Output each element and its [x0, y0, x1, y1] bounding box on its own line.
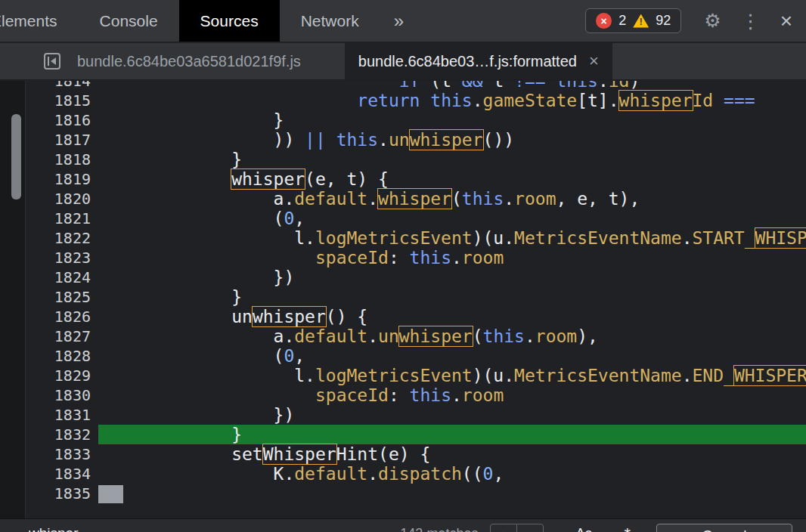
scrollbar-thumb-vertical[interactable]	[11, 114, 21, 200]
code-text: }	[98, 150, 806, 169]
code-line: 1835	[26, 484, 806, 503]
file-tab-active-label: bundle.6c84be03…f.js:formatted	[358, 53, 577, 70]
code-text: whisper(e, t) {	[98, 169, 806, 189]
file-tab-bar: bundle.6c84be03a6581d021f9f.js bundle.6c…	[0, 43, 806, 80]
line-number[interactable]: 1819	[26, 169, 98, 189]
tab-console[interactable]: Console	[79, 0, 179, 42]
code-text: (0,	[98, 209, 806, 228]
gear-icon[interactable]: ⚙	[704, 11, 721, 30]
scrollbar-thumb-horizontal[interactable]	[98, 485, 123, 503]
cancel-button[interactable]: Cancel	[656, 524, 792, 532]
show-navigator-icon[interactable]	[44, 53, 60, 70]
error-count: 2	[618, 13, 626, 29]
line-number[interactable]: 1833	[26, 444, 98, 464]
left-gutter-strip	[0, 81, 26, 532]
tab-console-label: Console	[100, 12, 158, 30]
line-number[interactable]: 1825	[26, 287, 98, 307]
code-line: 1814 if (t && t !== this.id)	[26, 81, 806, 91]
line-number[interactable]: 1824	[26, 268, 98, 287]
line-number[interactable]: 1834	[26, 464, 98, 484]
code-lines: 1814 if (t && t !== this.id)1815 return …	[26, 81, 806, 503]
line-number[interactable]: 1822	[26, 228, 98, 248]
code-line: 1829 l.logMetricsEvent)(u.MetricsEventNa…	[26, 366, 806, 385]
code-text	[98, 484, 806, 503]
search-input[interactable]	[29, 524, 346, 532]
search-match: whisper	[410, 130, 483, 150]
line-number[interactable]: 1835	[26, 484, 98, 503]
code-line: 1823 spaceId: this.room	[26, 248, 806, 268]
line-number[interactable]: 1823	[26, 248, 98, 268]
match-count-label: 143 matches	[400, 524, 478, 532]
tab-network[interactable]: Network	[280, 0, 380, 42]
search-match: WHISPER	[755, 228, 806, 248]
code-text: )) || this.unwhisper())	[98, 130, 806, 150]
line-number[interactable]: 1821	[26, 209, 98, 228]
code-text: })	[98, 268, 806, 287]
close-tab-icon[interactable]: ×	[589, 53, 599, 70]
line-number[interactable]: 1815	[26, 91, 98, 110]
code-text: unwhisper() {	[98, 307, 806, 326]
code-line: 1822 l.logMetricsEvent)(u.MetricsEventNa…	[26, 228, 806, 248]
tab-sources[interactable]: Sources	[179, 0, 280, 42]
code-text: if (t && t !== this.id)	[98, 81, 806, 91]
line-number[interactable]: 1814	[26, 81, 98, 91]
line-number[interactable]: 1827	[26, 326, 98, 346]
more-tabs-icon[interactable]: »	[380, 11, 417, 32]
search-match: whisper	[253, 307, 326, 326]
kebab-menu-icon[interactable]: ⋮	[741, 11, 761, 31]
line-number[interactable]: 1831	[26, 405, 98, 425]
issues-badge[interactable]: × 2 ! 92	[585, 8, 681, 33]
code-line: 1825 }	[26, 287, 806, 307]
code-text: }	[98, 425, 806, 444]
code-text: spaceId: this.room	[98, 248, 806, 268]
tab-elements[interactable]: Elements	[0, 0, 79, 42]
code-text: })	[98, 405, 806, 425]
search-match: Whisper	[263, 444, 336, 464]
search-match: whisper	[378, 189, 451, 209]
line-number[interactable]: 1818	[26, 150, 98, 169]
code-line: 1828 (0,	[26, 346, 806, 366]
search-match: whisper	[231, 169, 305, 189]
warning-icon: !	[633, 14, 649, 28]
match-nav-buttons	[490, 524, 544, 532]
code-line: 1816 }	[26, 110, 806, 130]
line-number[interactable]: 1817	[26, 130, 98, 150]
close-icon[interactable]: ×	[780, 9, 792, 33]
code-text: K.default.dispatch((0,	[98, 464, 806, 484]
line-number[interactable]: 1826	[26, 307, 98, 326]
code-line: 1832 }	[26, 425, 806, 444]
line-number[interactable]: 1828	[26, 346, 98, 366]
file-tab-active[interactable]: bundle.6c84be03…f.js:formatted ×	[345, 43, 612, 79]
tab-sources-label: Sources	[200, 12, 259, 30]
regex-toggle[interactable]: *	[624, 524, 631, 532]
line-number[interactable]: 1832	[26, 425, 98, 444]
code-line: 1821 (0,	[26, 209, 806, 228]
code-line: 1820 a.default.whisper(this.room, e, t),	[26, 189, 806, 209]
line-number[interactable]: 1830	[26, 385, 98, 405]
code-line: 1819 whisper(e, t) {	[26, 169, 806, 189]
previous-match-button[interactable]	[490, 524, 517, 532]
search-match: whisper	[399, 326, 473, 346]
code-line: 1833 setWhisperHint(e) {	[26, 444, 806, 464]
code-area[interactable]: 1814 if (t && t !== this.id)1815 return …	[26, 81, 806, 532]
code-text: spaceId: this.room	[98, 385, 806, 405]
line-number[interactable]: 1816	[26, 110, 98, 130]
tab-network-label: Network	[301, 12, 359, 30]
tab-elements-label: Elements	[0, 12, 57, 30]
code-line: 1830 spaceId: this.room	[26, 385, 806, 405]
code-line: 1818 }	[26, 150, 806, 169]
code-text: }	[98, 110, 806, 130]
code-text: }	[98, 287, 806, 307]
code-line: 1815 return this.gameState[t].whisperId …	[26, 91, 806, 110]
line-number[interactable]: 1820	[26, 189, 98, 209]
code-line: 1834 K.default.dispatch((0,	[26, 464, 806, 484]
next-match-button[interactable]	[516, 524, 544, 532]
error-icon: ×	[596, 13, 612, 29]
code-line: 1827 a.default.unwhisper(this.room),	[26, 326, 806, 346]
line-number[interactable]: 1829	[26, 366, 98, 385]
code-line: 1831 })	[26, 405, 806, 425]
match-case-toggle[interactable]: Aa	[575, 524, 592, 532]
file-tab-inactive[interactable]: bundle.6c84be03a6581d021f9f.js	[77, 53, 301, 70]
warning-icon-glyph: !	[640, 16, 643, 28]
code-text: (0,	[98, 346, 806, 366]
